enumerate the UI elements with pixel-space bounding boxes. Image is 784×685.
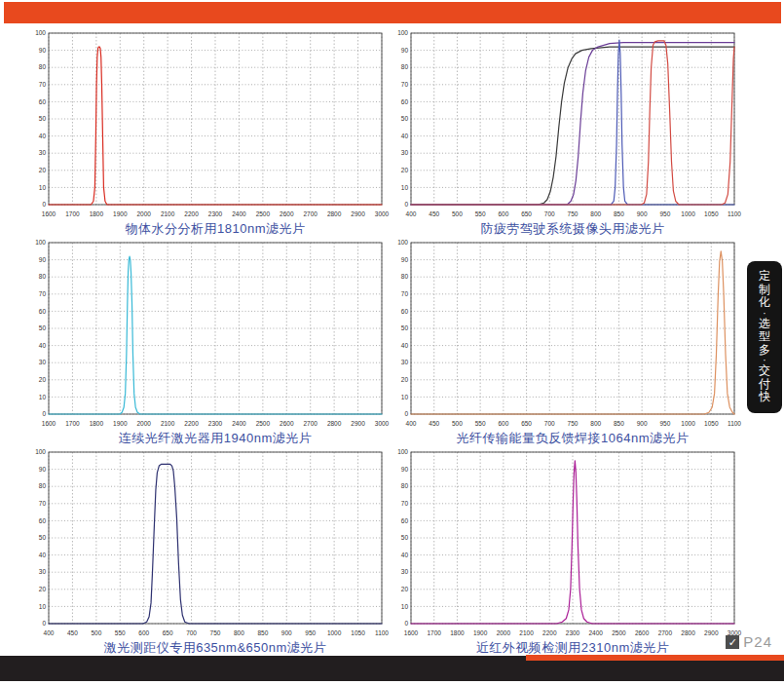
svg-text:550: 550 bbox=[475, 420, 486, 427]
page-number: ✓ P24 bbox=[726, 633, 772, 650]
chart-1940nm-filter: 1600170018001900200021002200230024002500… bbox=[25, 237, 388, 447]
svg-text:1800: 1800 bbox=[450, 629, 465, 636]
chart-1810nm-plot: 1600170018001900200021002200230024002500… bbox=[25, 27, 388, 220]
svg-text:0: 0 bbox=[42, 201, 46, 208]
svg-text:750: 750 bbox=[568, 210, 579, 217]
chart-1940nm-plot: 1600170018001900200021002200230024002500… bbox=[25, 237, 388, 430]
svg-text:40: 40 bbox=[39, 133, 47, 139]
svg-text:100: 100 bbox=[35, 448, 46, 455]
svg-text:400: 400 bbox=[406, 420, 417, 427]
svg-text:100: 100 bbox=[397, 239, 408, 246]
svg-text:20: 20 bbox=[39, 167, 47, 173]
svg-text:2400: 2400 bbox=[232, 210, 246, 217]
svg-text:2800: 2800 bbox=[327, 210, 342, 217]
chart-635-650nm-filter: 4004505005506006507007508008509009501000… bbox=[25, 446, 388, 657]
svg-text:30: 30 bbox=[39, 359, 47, 365]
svg-text:2900: 2900 bbox=[704, 629, 719, 636]
svg-text:950: 950 bbox=[659, 210, 670, 217]
svg-text:1000: 1000 bbox=[681, 210, 695, 217]
svg-text:60: 60 bbox=[401, 98, 409, 105]
svg-text:80: 80 bbox=[39, 63, 47, 70]
svg-text:70: 70 bbox=[39, 500, 47, 507]
catalog-page: 1600170018001900200021002200230024002500… bbox=[0, 0, 784, 685]
svg-text:10: 10 bbox=[39, 394, 47, 400]
svg-text:1800: 1800 bbox=[90, 210, 104, 217]
svg-text:20: 20 bbox=[401, 376, 409, 383]
svg-text:20: 20 bbox=[39, 376, 47, 383]
svg-text:600: 600 bbox=[138, 629, 149, 636]
svg-text:1900: 1900 bbox=[113, 420, 128, 427]
svg-text:1900: 1900 bbox=[113, 210, 128, 217]
svg-text:90: 90 bbox=[401, 256, 409, 263]
svg-text:90: 90 bbox=[39, 256, 47, 263]
svg-text:2900: 2900 bbox=[351, 210, 365, 217]
svg-text:950: 950 bbox=[305, 629, 316, 636]
svg-text:2100: 2100 bbox=[519, 629, 534, 636]
chart-1810nm-filter: 1600170018001900200021002200230024002500… bbox=[25, 27, 388, 238]
top-accent-bar bbox=[4, 2, 781, 23]
chart-caption: 连续光纤激光器用1940nm滤光片 bbox=[25, 430, 388, 447]
chart-1064nm-plot: 4004505005506006507007508008509009501000… bbox=[388, 237, 740, 430]
svg-text:700: 700 bbox=[186, 629, 197, 636]
svg-text:90: 90 bbox=[401, 47, 409, 54]
chart-2310nm-filter: 1600170018001900200021002200230024002500… bbox=[388, 446, 740, 657]
svg-text:40: 40 bbox=[401, 552, 409, 558]
svg-text:1700: 1700 bbox=[427, 629, 441, 636]
svg-text:100: 100 bbox=[35, 239, 46, 246]
svg-text:650: 650 bbox=[163, 629, 173, 636]
svg-text:70: 70 bbox=[401, 290, 409, 297]
svg-text:2600: 2600 bbox=[635, 629, 650, 636]
svg-text:80: 80 bbox=[401, 63, 409, 70]
check-icon: ✓ bbox=[726, 635, 739, 649]
svg-text:2800: 2800 bbox=[681, 629, 695, 636]
svg-text:1900: 1900 bbox=[473, 629, 488, 636]
svg-text:450: 450 bbox=[429, 210, 439, 217]
svg-text:80: 80 bbox=[401, 482, 409, 489]
svg-text:2100: 2100 bbox=[161, 420, 175, 427]
svg-text:10: 10 bbox=[39, 603, 47, 610]
svg-text:30: 30 bbox=[401, 149, 409, 156]
svg-text:60: 60 bbox=[39, 308, 47, 315]
svg-text:550: 550 bbox=[115, 629, 126, 636]
chart-caption: 光纤传输能量负反馈焊接1064nm滤光片 bbox=[388, 430, 740, 447]
svg-text:1700: 1700 bbox=[65, 420, 80, 427]
svg-text:2700: 2700 bbox=[303, 420, 317, 427]
svg-text:90: 90 bbox=[401, 466, 409, 473]
svg-text:500: 500 bbox=[452, 420, 463, 427]
svg-text:60: 60 bbox=[401, 308, 409, 315]
chart-1064nm-filter: 4004505005506006507007508008509009501000… bbox=[388, 237, 740, 447]
svg-text:2200: 2200 bbox=[184, 210, 199, 217]
chart-caption: 防疲劳驾驶系统摄像头用滤光片 bbox=[388, 220, 740, 238]
svg-text:70: 70 bbox=[401, 81, 409, 88]
svg-text:20: 20 bbox=[401, 586, 409, 592]
svg-text:800: 800 bbox=[234, 629, 244, 636]
svg-text:800: 800 bbox=[590, 420, 601, 427]
svg-text:2600: 2600 bbox=[280, 420, 294, 427]
svg-text:30: 30 bbox=[401, 359, 409, 365]
svg-text:450: 450 bbox=[429, 420, 439, 427]
svg-text:0: 0 bbox=[404, 410, 408, 417]
footer-accent-strip bbox=[526, 655, 784, 661]
svg-text:450: 450 bbox=[67, 629, 78, 636]
svg-text:1050: 1050 bbox=[704, 420, 719, 427]
svg-text:500: 500 bbox=[452, 210, 463, 217]
chart-caption: 物体水分分析用1810nm滤光片 bbox=[25, 220, 388, 238]
svg-text:50: 50 bbox=[401, 324, 409, 331]
svg-text:30: 30 bbox=[39, 149, 47, 156]
svg-text:650: 650 bbox=[521, 420, 532, 427]
svg-text:750: 750 bbox=[568, 420, 579, 427]
svg-text:70: 70 bbox=[39, 290, 47, 297]
chart-driver-camera-filter: 4004505005506006507007508008509009501000… bbox=[388, 27, 740, 238]
svg-text:40: 40 bbox=[401, 342, 409, 349]
svg-text:10: 10 bbox=[401, 184, 409, 191]
svg-text:750: 750 bbox=[210, 629, 221, 636]
svg-text:1700: 1700 bbox=[65, 210, 80, 217]
svg-text:850: 850 bbox=[257, 629, 268, 636]
svg-text:1050: 1050 bbox=[704, 210, 719, 217]
svg-text:40: 40 bbox=[39, 552, 47, 558]
svg-text:60: 60 bbox=[39, 98, 47, 105]
svg-text:2400: 2400 bbox=[588, 629, 603, 636]
svg-text:2000: 2000 bbox=[497, 629, 511, 636]
svg-text:2300: 2300 bbox=[566, 629, 580, 636]
svg-text:1000: 1000 bbox=[681, 420, 695, 427]
